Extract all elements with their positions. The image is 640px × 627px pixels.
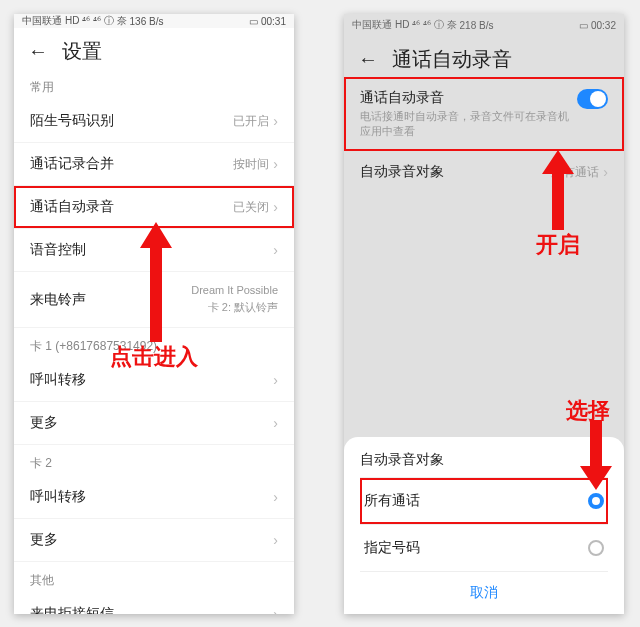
header: ← 通话自动录音 (344, 36, 624, 77)
net-indicator: HD ⁴⁶ ⁴⁶ ⓘ 奈 (65, 14, 127, 28)
section-sim2: 卡 2 (14, 445, 294, 476)
svg-marker-0 (140, 222, 172, 342)
chevron-right-icon: › (273, 415, 278, 431)
status-bar: 中国联通 HD ⁴⁶ ⁴⁶ ⓘ 奈 218 B/s ▭ 00:32 (344, 14, 624, 36)
row-label: 陌生号码识别 (30, 112, 114, 130)
sheet-option-all[interactable]: 所有通话 (360, 477, 608, 524)
sheet-title: 自动录音对象 (360, 451, 608, 469)
annotation-label: 开启 (536, 230, 580, 260)
radio-off-icon (588, 540, 604, 556)
row-merge[interactable]: 通话记录合并 按时间› (14, 143, 294, 186)
radio-on-icon (588, 493, 604, 509)
back-icon[interactable]: ← (358, 48, 378, 71)
row-value: 按时间 (233, 156, 269, 173)
row-label: 来电拒接短信 (30, 605, 114, 614)
section-common: 常用 (14, 69, 294, 100)
ringtone-line2: 卡 2: 默认铃声 (208, 300, 278, 315)
row-label: 来电铃声 (30, 291, 86, 309)
chevron-right-icon: › (273, 372, 278, 388)
row-label: 自动录音对象 (360, 163, 444, 181)
row-unknown-id[interactable]: 陌生号码识别 已开启› (14, 100, 294, 143)
chevron-right-icon: › (273, 113, 278, 129)
row-label: 更多 (30, 414, 58, 432)
row-label: 呼叫转移 (30, 371, 86, 389)
row-auto-record-toggle[interactable]: 通话自动录音 电话接通时自动录音，录音文件可在录音机应用中查看 (344, 77, 624, 151)
annotation-arrow-up (538, 150, 578, 230)
row-sim1-more[interactable]: 更多 › (14, 402, 294, 445)
row-value: 已关闭 (233, 199, 269, 216)
svg-marker-2 (580, 420, 612, 490)
speed-label: 136 B/s (130, 16, 164, 27)
status-bar: 中国联通 HD ⁴⁶ ⁴⁶ ⓘ 奈 136 B/s ▭ 00:31 (14, 14, 294, 28)
option-label: 指定号码 (364, 539, 420, 557)
ringtone-line1: Dream It Possible (191, 284, 278, 296)
time-label: 00:32 (591, 20, 616, 31)
chevron-right-icon: › (273, 242, 278, 258)
row-label: 通话自动录音 (30, 198, 114, 216)
chevron-right-icon: › (273, 532, 278, 548)
page-title: 设置 (62, 38, 102, 65)
time-label: 00:31 (261, 16, 286, 27)
row-record-target[interactable]: 自动录音对象 所有通话› (344, 151, 624, 193)
header: ← 设置 (14, 28, 294, 69)
row-reject-sms[interactable]: 来电拒接短信 › (14, 593, 294, 614)
row-value: 已开启 (233, 113, 269, 130)
chevron-right-icon: › (273, 489, 278, 505)
carrier-label: 中国联通 (352, 18, 392, 32)
battery-icon: ▭ (579, 20, 588, 31)
row-sim2-more[interactable]: 更多 › (14, 519, 294, 562)
row-label: 通话记录合并 (30, 155, 114, 173)
row-desc: 电话接通时自动录音，录音文件可在录音机应用中查看 (360, 109, 577, 139)
chevron-right-icon: › (273, 606, 278, 614)
row-label: 语音控制 (30, 241, 86, 259)
net-indicator: HD ⁴⁶ ⁴⁶ ⓘ 奈 (395, 18, 457, 32)
annotation-arrow-up (136, 222, 176, 342)
sheet-cancel-button[interactable]: 取消 (360, 571, 608, 606)
battery-icon: ▭ (249, 16, 258, 27)
annotation-arrow-down (576, 420, 616, 490)
toggle-switch[interactable] (577, 89, 608, 109)
row-label: 呼叫转移 (30, 488, 86, 506)
carrier-label: 中国联通 (22, 14, 62, 28)
option-label: 所有通话 (364, 492, 420, 510)
row-sim2-forward[interactable]: 呼叫转移 › (14, 476, 294, 519)
chevron-right-icon: › (273, 156, 278, 172)
speed-label: 218 B/s (460, 20, 494, 31)
row-label: 通话自动录音 (360, 89, 577, 107)
chevron-right-icon: › (273, 199, 278, 215)
sheet-option-specific[interactable]: 指定号码 (360, 524, 608, 571)
page-title: 通话自动录音 (392, 46, 512, 73)
back-icon[interactable]: ← (28, 40, 48, 63)
phone-auto-record: 中国联通 HD ⁴⁶ ⁴⁶ ⓘ 奈 218 B/s ▭ 00:32 ← 通话自动… (344, 14, 624, 614)
svg-marker-1 (542, 150, 574, 230)
chevron-right-icon: › (603, 164, 608, 180)
row-label: 更多 (30, 531, 58, 549)
section-other: 其他 (14, 562, 294, 593)
annotation-label: 点击进入 (110, 342, 198, 372)
